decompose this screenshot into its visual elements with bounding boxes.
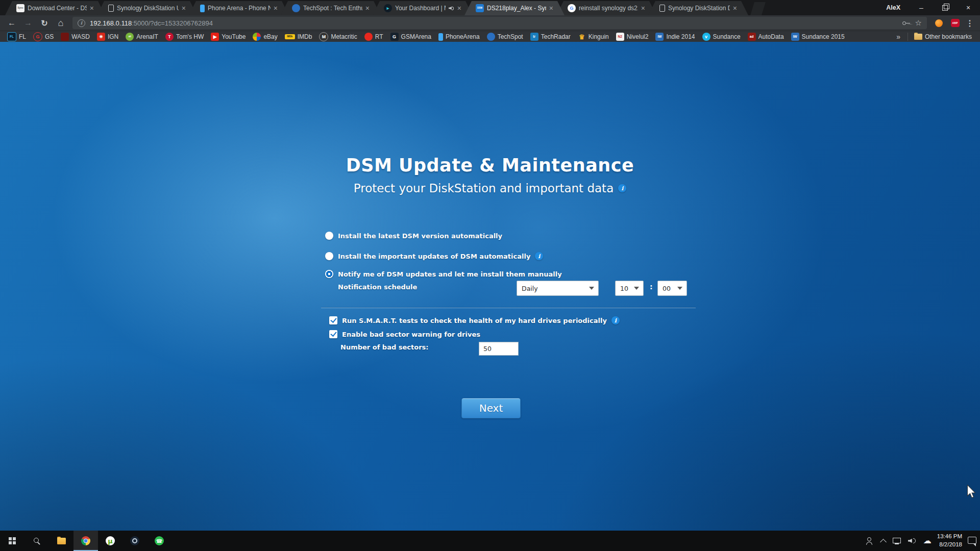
file-explorer-button[interactable] — [49, 531, 74, 551]
bookmark-item[interactable]: IW Sundance 2015 — [788, 32, 848, 41]
bookmark-item[interactable]: IMDb IMDb — [282, 33, 315, 41]
taskbar-clock[interactable]: 13:46 PM 8/2/2018 — [935, 531, 964, 551]
bookmark-item[interactable]: FL FL — [4, 32, 29, 42]
radio-button-icon[interactable] — [325, 232, 333, 240]
bookmark-item[interactable]: G GS — [30, 32, 57, 42]
page-info-icon[interactable]: i — [78, 19, 85, 27]
tab-close-icon[interactable]: × — [457, 5, 461, 12]
bad-sectors-input[interactable] — [479, 342, 519, 356]
browser-tab[interactable]: G reinstall synology ds218 × — [556, 1, 656, 15]
home-button[interactable] — [53, 16, 68, 30]
browser-tab[interactable]: Syno Download Center - DS21 × — [5, 1, 105, 15]
bookmark-label: Tom's HW — [176, 33, 204, 40]
bookmark-item[interactable]: tr TechRadar — [527, 32, 574, 41]
bookmark-item[interactable]: RT — [361, 32, 386, 41]
notification-schedule-label: Notification schedule — [338, 283, 417, 291]
tab-close-icon[interactable]: × — [182, 5, 186, 12]
forward-button[interactable] — [20, 16, 36, 30]
green-app-icon: µ — [106, 536, 115, 545]
browser-tab[interactable]: TechSpot : Tech Enthusias × — [281, 1, 381, 15]
bookmark-item[interactable]: ait ArenaIT — [122, 32, 161, 41]
bookmark-item[interactable]: N2 Nivelul2 — [613, 32, 652, 41]
bookmark-item[interactable]: TechSpot — [484, 32, 526, 41]
tray-people-button[interactable] — [862, 531, 877, 551]
radio-info-icon[interactable]: i — [535, 252, 543, 260]
bookmark-item[interactable]: WASD — [58, 32, 93, 41]
tray-onedrive-button[interactable] — [920, 531, 935, 551]
bookmark-star-icon[interactable] — [915, 18, 922, 28]
extension-orange-icon[interactable] — [931, 16, 946, 30]
whatsapp-taskbar-button[interactable] — [147, 531, 172, 551]
radio-option-install-latest[interactable]: Install the latest DSM version automatic… — [325, 231, 502, 241]
other-bookmarks-folder[interactable]: Other bookmarks — [911, 33, 975, 41]
action-center-button[interactable] — [964, 531, 980, 551]
start-button[interactable] — [0, 531, 24, 551]
browser-tab[interactable]: DSM DS218play_Alex - Synolo × — [464, 1, 565, 15]
bookmark-label: Sundance 2015 — [802, 33, 845, 40]
browser-menu-icon[interactable] — [964, 16, 976, 30]
minute-select[interactable]: 00 — [657, 281, 687, 296]
audio-playing-icon[interactable] — [449, 6, 454, 11]
browser-tab[interactable]: ▸ Your Dashboard | Mix × — [373, 1, 473, 15]
browser-profile-name[interactable]: AleX — [886, 4, 900, 11]
browser-tab[interactable]: Phone Arena - Phone Ne × — [189, 1, 289, 15]
bookmark-item[interactable]: IW Indie 2014 — [652, 32, 698, 41]
checkbox-smart-tests[interactable]: Run S.M.A.R.T. tests to check the health… — [329, 315, 620, 325]
bookmark-item[interactable]: M Metacritic — [316, 32, 360, 42]
checkbox-icon[interactable] — [329, 330, 337, 338]
new-tab-button[interactable] — [750, 2, 766, 15]
chevron-down-icon — [634, 287, 639, 290]
minimize-button[interactable]: – — [910, 0, 933, 15]
dsm-setup-page: DSM Update & Maintenance Protect your Di… — [0, 42, 980, 531]
browser-tab[interactable]: Synology DiskStation DS × — [648, 1, 748, 15]
tab-close-icon[interactable]: × — [90, 5, 94, 12]
radio-option-notify-manual[interactable]: Notify me of DSM updates and let me inst… — [325, 269, 562, 279]
dark-app-taskbar-button[interactable] — [122, 531, 147, 551]
address-bar[interactable]: i 192.168.0.118:5000/?dc=1533206762894 — [72, 17, 927, 29]
password-key-icon[interactable] — [902, 19, 911, 27]
browser-tab[interactable]: Synology DiskStation Use × — [97, 1, 197, 15]
bookmark-item[interactable]: v Sundance — [699, 32, 744, 41]
radio-button-icon[interactable] — [325, 270, 333, 278]
tab-close-icon[interactable]: × — [274, 5, 278, 12]
bookmarks-overflow-chevron[interactable]: » — [892, 33, 904, 41]
hour-select[interactable]: 10 — [615, 281, 644, 296]
gsmarena-favicon: G — [390, 33, 399, 41]
bookmark-item[interactable]: ♛ Kinguin — [575, 32, 612, 41]
techspot-favicon — [292, 4, 300, 12]
bookmark-item[interactable]: ad AutoData — [745, 32, 787, 41]
tab-close-icon[interactable]: × — [641, 5, 645, 12]
close-button[interactable]: × — [957, 0, 980, 15]
reload-button[interactable] — [37, 16, 52, 30]
adblock-extension-icon[interactable]: ABP — [947, 16, 963, 30]
radio-button-icon[interactable] — [325, 252, 333, 260]
radio-option-install-important[interactable]: Install the important updates of DSM aut… — [325, 251, 543, 261]
restore-button[interactable] — [933, 0, 957, 15]
taskbar-search-button[interactable] — [24, 531, 49, 551]
checkbox-bad-sector-warning[interactable]: Enable bad sector warning for drives i — [329, 329, 480, 339]
chrome-taskbar-button[interactable] — [74, 531, 98, 551]
tray-show-hidden-icons[interactable] — [877, 531, 889, 551]
checkbox-info-icon[interactable]: i — [611, 316, 620, 324]
tray-network-button[interactable] — [889, 531, 904, 551]
bookmark-item[interactable]: T Tom's HW — [162, 32, 207, 41]
bookmark-item[interactable]: ▶ YouTube — [208, 32, 249, 41]
tab-close-icon[interactable]: × — [549, 5, 553, 12]
bookmark-item[interactable]: G GSMArena — [387, 32, 434, 41]
bookmark-item[interactable]: eBay — [250, 32, 280, 41]
bookmark-label: Metacritic — [331, 33, 357, 40]
bookmark-item[interactable]: PhoneArena — [435, 33, 483, 41]
tab-close-icon[interactable]: × — [365, 5, 370, 12]
tray-volume-button[interactable] — [904, 531, 920, 551]
url-text: 192.168.0.118:5000/?dc=1533206762894 — [90, 19, 897, 27]
green-app-taskbar-button[interactable]: µ — [98, 531, 122, 551]
back-button[interactable] — [4, 16, 19, 30]
next-button[interactable]: Next — [461, 398, 521, 418]
subtitle-info-icon[interactable]: i — [618, 184, 626, 192]
page-favicon — [108, 5, 114, 12]
frequency-select[interactable]: Daily — [517, 281, 599, 296]
tab-close-icon[interactable]: × — [733, 5, 737, 12]
checkbox-icon[interactable] — [329, 316, 337, 324]
bookmark-label: WASD — [71, 33, 90, 40]
bookmark-item[interactable]: ✳ IGN — [94, 32, 121, 41]
